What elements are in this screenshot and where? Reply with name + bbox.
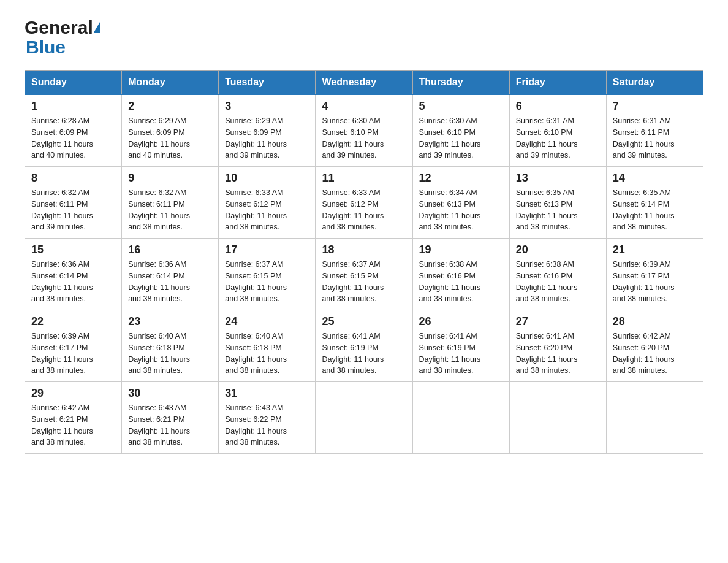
day-number: 29 (31, 387, 115, 400)
day-number: 24 (225, 315, 309, 328)
calendar-day: 10Sunrise: 6:33 AMSunset: 6:12 PMDayligh… (219, 167, 316, 239)
day-info: Sunrise: 6:36 AMSunset: 6:14 PMDaylight:… (31, 259, 115, 305)
day-number: 2 (128, 100, 212, 113)
day-number: 11 (322, 172, 406, 185)
header-cell-tuesday: Tuesday (219, 71, 316, 95)
calendar-day: 18Sunrise: 6:37 AMSunset: 6:15 PMDayligh… (316, 239, 412, 310)
day-info: Sunrise: 6:35 AMSunset: 6:14 PMDaylight:… (613, 187, 697, 233)
day-info: Sunrise: 6:42 AMSunset: 6:20 PMDaylight:… (613, 331, 697, 377)
day-number: 4 (322, 100, 406, 113)
logo-triangle-icon (94, 22, 100, 33)
calendar-day: 13Sunrise: 6:35 AMSunset: 6:13 PMDayligh… (509, 167, 606, 239)
calendar-week-1: 1Sunrise: 6:28 AMSunset: 6:09 PMDaylight… (25, 94, 703, 167)
day-info: Sunrise: 6:30 AMSunset: 6:10 PMDaylight:… (322, 115, 406, 161)
calendar-day (412, 382, 509, 454)
calendar-day: 24Sunrise: 6:40 AMSunset: 6:18 PMDayligh… (219, 310, 316, 382)
calendar-day: 14Sunrise: 6:35 AMSunset: 6:14 PMDayligh… (606, 167, 703, 239)
page-header: General Blue (25, 18, 703, 58)
day-info: Sunrise: 6:40 AMSunset: 6:18 PMDaylight:… (128, 331, 212, 377)
logo: General Blue (25, 18, 100, 58)
day-info: Sunrise: 6:41 AMSunset: 6:19 PMDaylight:… (322, 331, 406, 377)
calendar-day (606, 382, 703, 454)
calendar-week-3: 15Sunrise: 6:36 AMSunset: 6:14 PMDayligh… (25, 239, 703, 310)
calendar-day: 29Sunrise: 6:42 AMSunset: 6:21 PMDayligh… (25, 382, 122, 454)
day-number: 14 (613, 172, 697, 185)
day-number: 22 (31, 315, 115, 328)
calendar-day: 2Sunrise: 6:29 AMSunset: 6:09 PMDaylight… (122, 94, 219, 167)
header-cell-saturday: Saturday (606, 71, 703, 95)
day-number: 15 (31, 243, 115, 256)
day-info: Sunrise: 6:38 AMSunset: 6:16 PMDaylight:… (419, 259, 503, 305)
day-number: 1 (31, 100, 115, 113)
day-number: 3 (225, 100, 309, 113)
day-info: Sunrise: 6:34 AMSunset: 6:13 PMDaylight:… (419, 187, 503, 233)
calendar-day: 1Sunrise: 6:28 AMSunset: 6:09 PMDaylight… (25, 94, 122, 167)
calendar-header: SundayMondayTuesdayWednesdayThursdayFrid… (25, 71, 703, 95)
day-number: 6 (516, 100, 600, 113)
day-info: Sunrise: 6:43 AMSunset: 6:21 PMDaylight:… (128, 402, 212, 448)
calendar-day: 15Sunrise: 6:36 AMSunset: 6:14 PMDayligh… (25, 239, 122, 310)
calendar-day: 9Sunrise: 6:32 AMSunset: 6:11 PMDaylight… (122, 167, 219, 239)
calendar-day: 28Sunrise: 6:42 AMSunset: 6:20 PMDayligh… (606, 310, 703, 382)
day-number: 26 (419, 315, 503, 328)
day-info: Sunrise: 6:42 AMSunset: 6:21 PMDaylight:… (31, 402, 115, 448)
day-info: Sunrise: 6:32 AMSunset: 6:11 PMDaylight:… (128, 187, 212, 233)
calendar-day: 17Sunrise: 6:37 AMSunset: 6:15 PMDayligh… (219, 239, 316, 310)
day-number: 23 (128, 315, 212, 328)
day-info: Sunrise: 6:32 AMSunset: 6:11 PMDaylight:… (31, 187, 115, 233)
calendar-day: 12Sunrise: 6:34 AMSunset: 6:13 PMDayligh… (412, 167, 509, 239)
calendar-day: 3Sunrise: 6:29 AMSunset: 6:09 PMDaylight… (219, 94, 316, 167)
calendar-day: 4Sunrise: 6:30 AMSunset: 6:10 PMDaylight… (316, 94, 412, 167)
calendar-week-2: 8Sunrise: 6:32 AMSunset: 6:11 PMDaylight… (25, 167, 703, 239)
calendar-day (509, 382, 606, 454)
day-number: 5 (419, 100, 503, 113)
day-info: Sunrise: 6:41 AMSunset: 6:19 PMDaylight:… (419, 331, 503, 377)
day-number: 7 (613, 100, 697, 113)
day-number: 31 (225, 387, 309, 400)
day-info: Sunrise: 6:33 AMSunset: 6:12 PMDaylight:… (225, 187, 309, 233)
day-number: 9 (128, 172, 212, 185)
header-row: SundayMondayTuesdayWednesdayThursdayFrid… (25, 71, 703, 95)
header-cell-wednesday: Wednesday (316, 71, 412, 95)
day-info: Sunrise: 6:35 AMSunset: 6:13 PMDaylight:… (516, 187, 600, 233)
calendar-day: 16Sunrise: 6:36 AMSunset: 6:14 PMDayligh… (122, 239, 219, 310)
day-info: Sunrise: 6:29 AMSunset: 6:09 PMDaylight:… (128, 115, 212, 161)
day-number: 19 (419, 243, 503, 256)
day-number: 21 (613, 243, 697, 256)
calendar-day: 20Sunrise: 6:38 AMSunset: 6:16 PMDayligh… (509, 239, 606, 310)
day-number: 12 (419, 172, 503, 185)
day-info: Sunrise: 6:29 AMSunset: 6:09 PMDaylight:… (225, 115, 309, 161)
day-info: Sunrise: 6:38 AMSunset: 6:16 PMDaylight:… (516, 259, 600, 305)
header-cell-thursday: Thursday (412, 71, 509, 95)
calendar-week-4: 22Sunrise: 6:39 AMSunset: 6:17 PMDayligh… (25, 310, 703, 382)
calendar-day: 6Sunrise: 6:31 AMSunset: 6:10 PMDaylight… (509, 94, 606, 167)
calendar-body: 1Sunrise: 6:28 AMSunset: 6:09 PMDaylight… (25, 94, 703, 454)
logo-blue-text: Blue (26, 37, 100, 58)
calendar-day: 5Sunrise: 6:30 AMSunset: 6:10 PMDaylight… (412, 94, 509, 167)
day-info: Sunrise: 6:28 AMSunset: 6:09 PMDaylight:… (31, 115, 115, 161)
day-info: Sunrise: 6:41 AMSunset: 6:20 PMDaylight:… (516, 331, 600, 377)
day-info: Sunrise: 6:43 AMSunset: 6:22 PMDaylight:… (225, 402, 309, 448)
day-number: 8 (31, 172, 115, 185)
calendar-day: 11Sunrise: 6:33 AMSunset: 6:12 PMDayligh… (316, 167, 412, 239)
calendar-day: 25Sunrise: 6:41 AMSunset: 6:19 PMDayligh… (316, 310, 412, 382)
header-cell-friday: Friday (509, 71, 606, 95)
day-info: Sunrise: 6:33 AMSunset: 6:12 PMDaylight:… (322, 187, 406, 233)
header-cell-monday: Monday (122, 71, 219, 95)
day-number: 16 (128, 243, 212, 256)
day-info: Sunrise: 6:31 AMSunset: 6:11 PMDaylight:… (613, 115, 697, 161)
logo-general: General (25, 18, 100, 37)
day-number: 18 (322, 243, 406, 256)
calendar-week-5: 29Sunrise: 6:42 AMSunset: 6:21 PMDayligh… (25, 382, 703, 454)
day-info: Sunrise: 6:31 AMSunset: 6:10 PMDaylight:… (516, 115, 600, 161)
calendar-day: 23Sunrise: 6:40 AMSunset: 6:18 PMDayligh… (122, 310, 219, 382)
logo-general-text: General (25, 18, 93, 37)
calendar-day: 19Sunrise: 6:38 AMSunset: 6:16 PMDayligh… (412, 239, 509, 310)
day-number: 30 (128, 387, 212, 400)
day-number: 17 (225, 243, 309, 256)
day-info: Sunrise: 6:30 AMSunset: 6:10 PMDaylight:… (419, 115, 503, 161)
calendar-day: 21Sunrise: 6:39 AMSunset: 6:17 PMDayligh… (606, 239, 703, 310)
calendar-table: SundayMondayTuesdayWednesdayThursdayFrid… (25, 70, 703, 454)
calendar-day: 31Sunrise: 6:43 AMSunset: 6:22 PMDayligh… (219, 382, 316, 454)
day-number: 27 (516, 315, 600, 328)
